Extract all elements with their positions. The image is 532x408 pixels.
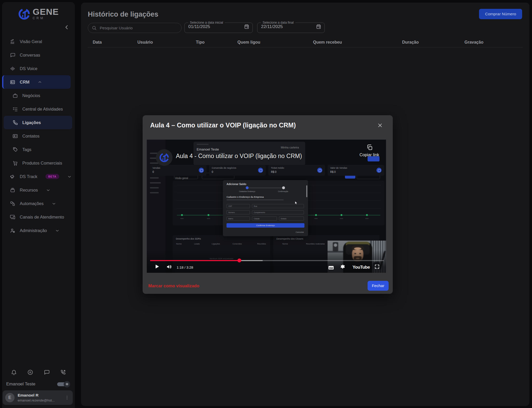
chevron-down-icon xyxy=(46,188,50,192)
sun-icon xyxy=(64,381,70,387)
calendar-icon[interactable] xyxy=(316,24,321,29)
sidebar-item-recursos[interactable]: Recursos xyxy=(2,183,75,197)
chat-icon xyxy=(10,52,15,58)
youtube-player[interactable]: Emanoel Teste Minha carteira Vendas0Conv… xyxy=(147,140,386,273)
archive-icon xyxy=(10,187,15,193)
column-header: Duração xyxy=(402,40,419,45)
date-end-value[interactable]: 22/11/2025 xyxy=(261,24,283,29)
user-name: Emanoel R xyxy=(18,393,61,398)
sidebar-item-produtos-comerciais[interactable]: Produtos Comerciais xyxy=(2,156,75,170)
waveform-icon xyxy=(10,66,15,71)
avatar: E xyxy=(5,393,15,402)
column-header: Data xyxy=(93,40,102,45)
gene-logo-icon xyxy=(18,8,30,20)
pause-circle-icon[interactable] xyxy=(27,369,33,375)
fullscreen-icon[interactable] xyxy=(374,264,380,269)
column-header: Quem ligou xyxy=(237,40,260,45)
buy-number-button[interactable]: Comprar Número xyxy=(479,9,522,19)
column-header: Tipo xyxy=(196,40,204,45)
workspace-name: Emanoel Teste xyxy=(6,382,35,387)
calendar-icon[interactable] xyxy=(244,24,249,29)
checklist-icon xyxy=(12,106,18,112)
copy-link-icon[interactable] xyxy=(366,144,373,151)
column-header: Quem recebeu xyxy=(313,40,342,45)
search-icon xyxy=(92,25,97,30)
search-input[interactable] xyxy=(100,26,178,30)
modal-title: Aula 4 – Como utilizar o VOIP (ligação n… xyxy=(150,121,296,129)
sidebar-item-contatos[interactable]: Contatos xyxy=(2,129,75,143)
column-header: Gravação xyxy=(464,40,483,45)
channel-avatar xyxy=(156,149,172,166)
youtube-logo[interactable]: YouTube xyxy=(353,265,370,270)
workspace-row: Emanoel Teste xyxy=(6,382,71,387)
close-icon[interactable] xyxy=(377,123,383,128)
brand-logo: GENE CRM xyxy=(2,2,75,20)
video-progress-played xyxy=(150,260,239,261)
video-modal: Aula 4 – Como utilizar o VOIP (ligação n… xyxy=(143,115,393,294)
sidebar-item-neg-cios[interactable]: Negócios xyxy=(2,89,75,102)
beta-badge: BETA xyxy=(45,174,59,179)
date-start-value[interactable]: 01/11/2025 xyxy=(188,24,210,29)
sidebar-item-automa-es[interactable]: Automações xyxy=(2,197,75,210)
chat-icon[interactable] xyxy=(44,369,50,375)
play-icon[interactable] xyxy=(154,263,160,270)
table-header: DataUsuárioTipoQuem ligouQuem recebeuDur… xyxy=(88,38,523,47)
phone-outgoing-icon[interactable] xyxy=(60,369,66,375)
sidebar-item-ds-track[interactable]: DS TrackBETA xyxy=(2,170,75,183)
subtitles-icon[interactable] xyxy=(328,264,334,271)
sidebar-nav: Visão GeralConversasDS VoiceCRMNegóciosC… xyxy=(2,35,75,237)
contactcard-icon xyxy=(12,133,18,139)
tag-icon xyxy=(12,147,18,152)
search-input-wrap xyxy=(88,23,182,33)
app-root: GENE CRM Visão GeralConversasDS VoiceCRM… xyxy=(0,0,532,408)
brand-sub: CRM xyxy=(33,16,59,20)
cart-icon xyxy=(12,160,18,166)
chevron-down-icon xyxy=(52,201,56,206)
column-header: Usuário xyxy=(137,40,153,45)
sidebar-item-canais-de-atendimento[interactable]: Canais de Atendimento xyxy=(2,210,75,224)
mark-watched-link[interactable]: Marcar como visualizado xyxy=(148,283,199,288)
volume-icon[interactable] xyxy=(166,264,172,270)
brand-name: GENE xyxy=(33,7,59,17)
theme-toggle[interactable] xyxy=(57,382,68,386)
sidebar-item-administra-o[interactable]: Administração xyxy=(2,224,75,237)
date-start-field[interactable]: Selecione a data inicial 01/11/2025 xyxy=(184,21,253,33)
sidebar-item-tags[interactable]: Tags xyxy=(2,143,75,156)
sidebar-item-central-de-atividades[interactable]: Central de Atividades xyxy=(2,102,75,116)
copy-link-label[interactable]: Copiar link xyxy=(360,153,379,157)
sidebar-item-conversas[interactable]: Conversas xyxy=(2,48,75,62)
idcard-icon xyxy=(10,79,15,85)
chevron-down-icon xyxy=(55,228,59,233)
user-card[interactable]: E Emanoel R emanoel.rezende@hot... xyxy=(3,390,73,405)
bell-icon[interactable] xyxy=(11,369,17,375)
admin-icon xyxy=(10,228,15,233)
sidebar-item-ds-voice[interactable]: DS Voice xyxy=(2,62,75,75)
sidebar: GENE CRM Visão GeralConversasDS VoiceCRM… xyxy=(2,2,75,408)
sidebar-item-vis-o-geral[interactable]: Visão Geral xyxy=(2,35,75,48)
chart-icon xyxy=(10,39,15,44)
modal-close-button[interactable]: Fechar xyxy=(368,281,389,291)
page-title: Histórico de ligações xyxy=(88,10,158,18)
chevron-up-icon xyxy=(38,80,42,84)
megaphone-icon xyxy=(10,174,15,179)
settings-gear-icon[interactable] xyxy=(340,264,346,269)
video-progress-knob[interactable] xyxy=(237,259,241,262)
sidebar-item-crm[interactable]: CRM xyxy=(2,75,71,89)
cursor-icon xyxy=(294,201,298,205)
video-time: 1:18 / 3:28 xyxy=(177,266,193,269)
sidebar-collapse-button[interactable] xyxy=(64,24,70,30)
video-title-overlay[interactable]: Aula 4 - Como utilizar o VOIP (ligação n… xyxy=(176,153,302,160)
automation-icon xyxy=(10,201,15,206)
sidebar-item-liga-es[interactable]: Ligações xyxy=(4,116,72,129)
chevron-down-icon xyxy=(67,174,72,179)
kebab-menu-icon[interactable] xyxy=(64,395,70,400)
phone-icon xyxy=(12,120,18,125)
devices-icon xyxy=(10,214,15,220)
date-end-field[interactable]: Selecione a data final 22/11/2025 xyxy=(257,21,325,33)
user-email: emanoel.rezende@hot... xyxy=(18,398,61,402)
briefcase-icon xyxy=(12,93,18,98)
sidebar-quick-icons xyxy=(2,369,75,375)
